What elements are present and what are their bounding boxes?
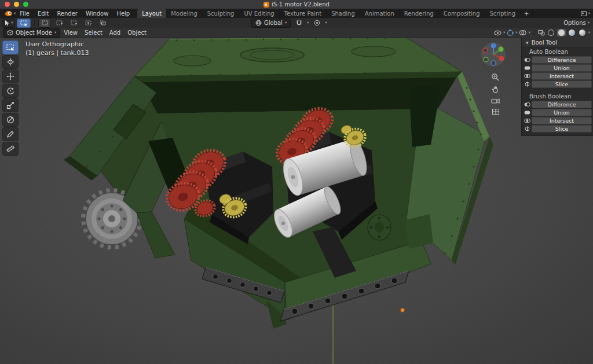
window-title: iS-1 motor V2.blend	[272, 1, 330, 8]
brush-intersect-button[interactable]: Intersect	[532, 117, 592, 124]
tab-layout[interactable]: Layout	[137, 9, 166, 18]
tool-move[interactable]	[2, 69, 19, 83]
select-mode-intersect-button[interactable]	[96, 19, 109, 28]
show-overlays-icon[interactable]	[519, 30, 526, 36]
select-mode-set-button[interactable]	[38, 19, 51, 28]
panel-title: Bool Tool	[532, 39, 557, 46]
collapse-triangle-icon: ▼	[526, 41, 529, 45]
add-workspace-button[interactable]: +	[521, 9, 533, 18]
object-menu[interactable]: Object	[124, 30, 150, 36]
box-select-tool-button[interactable]	[17, 19, 31, 28]
shading-material-button[interactable]	[568, 29, 576, 36]
brush-difference-button[interactable]: Difference	[532, 101, 592, 108]
overlays-dropdown[interactable]: ▾	[528, 31, 530, 35]
proportional-edit-dropdown[interactable]: ▾	[325, 21, 327, 25]
tab-modeling[interactable]: Modeling	[166, 9, 203, 18]
select-mode-invert-button[interactable]	[82, 19, 94, 28]
chevron-down-icon[interactable]: ▾	[588, 12, 590, 16]
proportional-edit-toggle[interactable]	[310, 19, 323, 28]
mode-dropdown[interactable]: Object Mode ▾	[3, 28, 60, 38]
viewport-header-right: ▾ ▾ ▾ ▾	[494, 29, 593, 36]
blender-window: iS-1 motor V2.blend ▾ File Edit Render W…	[0, 0, 593, 364]
scene-icon[interactable]	[580, 10, 587, 17]
mode-label: Object Mode	[16, 30, 52, 36]
brush-slice-button[interactable]: Slice	[532, 125, 592, 133]
transform-orientation-dropdown[interactable]: Global ▾	[251, 19, 291, 28]
tab-uv-editing[interactable]: UV Editing	[239, 9, 279, 18]
snap-settings-dropdown[interactable]: ▾	[307, 21, 309, 25]
blender-logo-icon[interactable]	[3, 10, 13, 17]
add-menu[interactable]: Add	[106, 30, 124, 36]
auto-intersect-button[interactable]: Intersect	[532, 72, 592, 80]
select-mode-subtract-button[interactable]	[67, 19, 80, 28]
select-menu[interactable]: Select	[81, 30, 106, 36]
axis-y-handle	[499, 47, 504, 52]
tool-rotate[interactable]	[2, 84, 19, 98]
shading-options-dropdown[interactable]: ▾	[588, 31, 590, 35]
tool-annotate[interactable]	[2, 127, 19, 141]
tool-settings-bar: ▾ Global ▾ ▾ ▾	[0, 18, 593, 28]
menu-window[interactable]: Window	[82, 10, 112, 17]
viewport-header: Object Mode ▾ View Select Add Object ▾ ▾…	[0, 28, 593, 38]
select-mode-extend-button[interactable]	[53, 19, 65, 28]
pan-button[interactable]	[491, 85, 500, 94]
chevron-down-icon: ▾	[11, 21, 13, 25]
topbar: ▾ File Edit Render Window Help Layout Mo…	[0, 9, 593, 19]
object-visibility-icon[interactable]	[494, 30, 502, 36]
tab-shading[interactable]: Shading	[327, 9, 360, 18]
xray-toggle-icon[interactable]	[538, 30, 545, 36]
panel-header[interactable]: ▼ Bool Tool	[522, 38, 593, 47]
orientation-label: Global	[264, 20, 283, 26]
tab-rendering[interactable]: Rendering	[400, 9, 439, 18]
show-gizmo-icon[interactable]	[507, 30, 514, 36]
object-visibility-dropdown[interactable]: ▾	[503, 31, 505, 35]
menu-help[interactable]: Help	[112, 10, 134, 17]
tab-compositing[interactable]: Compositing	[439, 9, 485, 18]
brush-union-button[interactable]: Union	[532, 109, 592, 116]
viewport-overlay-text: User Orthographic (1) gears | tank.013	[25, 40, 89, 57]
tool-box-select[interactable]	[2, 41, 19, 54]
close-window-button[interactable]	[5, 2, 10, 7]
view-menu[interactable]: View	[60, 30, 81, 36]
auto-difference-button[interactable]: Difference	[532, 56, 592, 64]
shading-rendered-button[interactable]	[578, 29, 587, 36]
active-tool-dropdown[interactable]: ▾	[2, 19, 15, 28]
tab-sculpting[interactable]: Sculpting	[203, 9, 240, 18]
menu-edit[interactable]: Edit	[34, 10, 53, 17]
difference-icon	[524, 102, 530, 107]
workspace-tabs: Layout Modeling Sculpting UV Editing Tex…	[137, 9, 533, 18]
auto-slice-button[interactable]: Slice	[532, 80, 592, 88]
slice-icon	[524, 82, 530, 87]
shading-solid-button[interactable]	[557, 29, 566, 36]
camera-view-button[interactable]	[491, 97, 500, 105]
navigation-gizmo[interactable]	[479, 41, 507, 68]
tab-animation[interactable]: Animation	[360, 9, 400, 18]
separator	[534, 30, 535, 36]
slice-icon	[524, 126, 530, 131]
tool-cursor[interactable]	[2, 55, 19, 69]
chevron-down-icon: ▾	[285, 21, 287, 25]
perspective-toggle-button[interactable]	[492, 108, 500, 115]
tool-scale[interactable]	[2, 98, 19, 112]
tab-scripting[interactable]: Scripting	[485, 9, 521, 18]
minimize-window-button[interactable]	[14, 2, 19, 7]
tool-measure[interactable]	[2, 142, 19, 156]
snap-toggle-button[interactable]	[292, 19, 305, 28]
gizmo-settings-dropdown[interactable]: ▾	[515, 31, 517, 35]
menu-render[interactable]: Render	[53, 10, 82, 17]
shading-wireframe-button[interactable]	[547, 29, 555, 36]
view-name-label: User Orthographic	[25, 40, 89, 49]
zoom-window-button[interactable]	[23, 2, 28, 7]
axis-y-neg-handle	[484, 57, 488, 62]
3d-viewport[interactable]: Object Mode ▾ View Select Add Object ▾ ▾…	[0, 28, 593, 364]
tab-texture-paint[interactable]: Texture Paint	[280, 9, 327, 18]
tool-settings-left: ▾	[2, 18, 109, 28]
tool-transform[interactable]	[2, 113, 19, 127]
separator	[34, 20, 35, 26]
menu-file[interactable]: File	[16, 10, 34, 17]
options-dropdown[interactable]: Options	[563, 20, 586, 26]
section-brush-boolean[interactable]: Brush Boolean	[522, 92, 593, 101]
auto-union-button[interactable]: Union	[532, 64, 592, 72]
zoom-button[interactable]	[491, 73, 500, 82]
section-auto-boolean[interactable]: Auto Boolean	[522, 47, 593, 56]
